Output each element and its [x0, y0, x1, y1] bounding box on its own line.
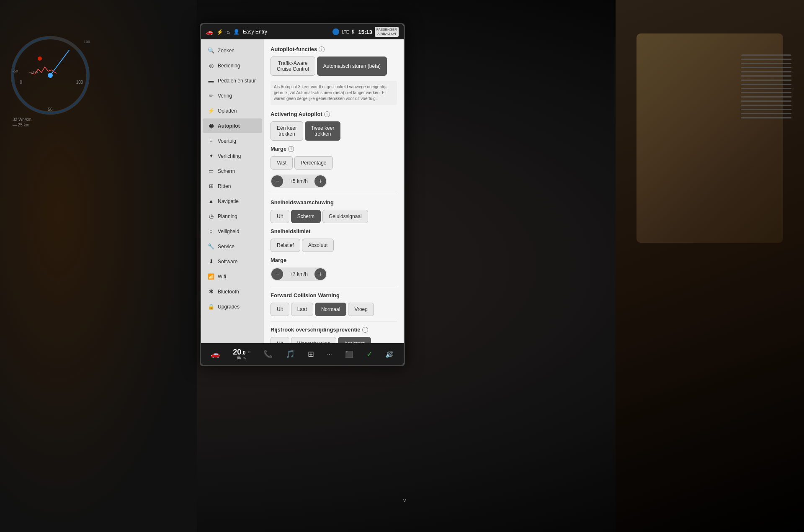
- sidebar-label-wifi: Wifi: [218, 274, 226, 280]
- more-icon: ···: [327, 351, 332, 357]
- rijstrook-uit-btn[interactable]: Uit: [271, 337, 289, 343]
- apps-taskbar-item[interactable]: ⊞: [308, 350, 314, 359]
- marge-snelheid-decrease-btn[interactable]: −: [271, 268, 283, 280]
- marge-info[interactable]: i: [288, 146, 294, 152]
- software-icon: ⬇: [208, 258, 214, 265]
- een-keer-btn[interactable]: Eén keertrekken: [271, 121, 303, 141]
- marge-decrease-btn[interactable]: −: [271, 175, 283, 187]
- volume-taskbar-item[interactable]: 🔊: [385, 350, 394, 358]
- car-taskbar-icon: 🚗: [211, 350, 220, 359]
- taskbar: ∧ 🚗 20.0 ᵁ ⛟ ∿ 📞 🎵 ⊞ ··· ⬛: [201, 343, 404, 365]
- spotify-icon: 🎵: [286, 350, 295, 358]
- tesla-screen: 🚗 ⚡ ⌂ 👤 Easy Entry LTE ₿ 15:13 PASSENGER…: [200, 23, 405, 366]
- rijstrook-title: Rijstrook overschrijdingspreventie i: [271, 326, 397, 333]
- autosteer-btn[interactable]: Automatisch sturen (béta): [317, 57, 387, 76]
- rijstrook-info[interactable]: i: [362, 327, 368, 333]
- autopilot-description: Als Autopilot 3 keer wordt uitgeschakeld…: [271, 81, 397, 105]
- autopilot-icon: ◉: [208, 123, 214, 129]
- lte-icon: LTE: [342, 30, 349, 34]
- sidebar-label-software: Software: [218, 259, 237, 265]
- divider-2: [271, 287, 397, 287]
- twee-keer-btn[interactable]: Twee keertrekken: [305, 121, 340, 141]
- sidebar-label-scherm: Scherm: [218, 168, 235, 174]
- marge-snelheid-value: +7 km/h: [283, 271, 314, 277]
- fcw-uit-btn[interactable]: Uit: [271, 303, 289, 316]
- passenger-badge: PASSENGERAIRBAG ON: [375, 27, 399, 36]
- sidebar-label-navigatie: Navigatie: [218, 198, 239, 204]
- sidebar-item-bediening[interactable]: ◎ Bediening: [203, 58, 262, 73]
- percentage-btn[interactable]: Percentage: [294, 156, 332, 170]
- fcw-vroeg-btn[interactable]: Vroeg: [348, 303, 374, 316]
- bluetooth-icon: ₿: [352, 29, 354, 34]
- relatief-btn[interactable]: Relatief: [271, 239, 300, 252]
- marge-value: +5 km/h: [283, 178, 314, 184]
- sidebar-item-planning[interactable]: ◷ Planning: [203, 209, 262, 224]
- settings-panel: Autopilot-functies i Traffic-AwareCruise…: [264, 39, 404, 343]
- check-taskbar-item[interactable]: ✓: [366, 350, 373, 359]
- sidebar-label-voertuig: Voertuig: [218, 138, 236, 144]
- rijstrook-waarschuwing-btn[interactable]: Waarschuwing: [291, 337, 336, 343]
- sidebar-item-navigatie[interactable]: ▲ Navigatie: [203, 194, 262, 208]
- search-icon: 🔍: [208, 47, 214, 54]
- more-taskbar-item[interactable]: ···: [327, 350, 332, 358]
- absoluut-btn[interactable]: Absoluut: [302, 239, 334, 252]
- sidebar-item-voertuig[interactable]: ≡ Voertuig: [203, 134, 262, 148]
- sidebar-item-bluetooth[interactable]: ✱ Bluetooth: [203, 284, 262, 299]
- sidebar-label-pedalen: Pedalen en stuur: [218, 78, 256, 84]
- sidebar-item-wifi[interactable]: 📶 Wifi: [203, 269, 262, 284]
- status-icons-right: LTE ₿ 15:13 PASSENGERAIRBAG ON: [332, 27, 399, 36]
- clock: 15:13: [358, 29, 372, 35]
- browser-taskbar-item[interactable]: ⬛: [345, 350, 353, 358]
- speed-display: 20.0 ᵁ ⛟ ∿: [233, 348, 250, 360]
- fcw-normaal-btn[interactable]: Normaal: [315, 303, 346, 316]
- status-icons-left: 🚗 ⚡ ⌂ 👤: [206, 28, 240, 35]
- display-icon: ▭: [208, 168, 214, 174]
- autopilot-functies-buttons: Traffic-AwareCruise Control Automatisch …: [271, 57, 397, 76]
- marge-snelheid-stepper: − +7 km/h +: [271, 267, 327, 281]
- sidebar-item-veiligheid[interactable]: ○ Veiligheid: [203, 224, 262, 239]
- sidebar-label-zoeken: Zoeken: [218, 48, 234, 54]
- suspension-icon: ✏: [208, 93, 214, 99]
- marge-increase-btn[interactable]: +: [314, 175, 326, 187]
- bluetooth-menu-icon: ✱: [208, 288, 214, 295]
- spotify-taskbar-item[interactable]: 🎵: [286, 350, 295, 359]
- activering-autopilot-title: Activering Autopilot i: [271, 111, 397, 117]
- gauge-label-50: -50: [13, 69, 18, 73]
- speed-sub-icons: ⛟ ∿: [237, 356, 246, 360]
- sw-uit-btn[interactable]: Uit: [271, 210, 289, 223]
- sw-geluid-btn[interactable]: Geluidssignaal: [322, 210, 368, 223]
- vast-btn[interactable]: Vast: [271, 156, 293, 170]
- marge-snelheid-title: Marge: [271, 257, 397, 263]
- car-taskbar-item[interactable]: 🚗: [211, 350, 220, 359]
- sidebar-item-verlichting[interactable]: ✦ Verlichting: [203, 149, 262, 163]
- activering-info[interactable]: i: [324, 111, 330, 117]
- traffic-aware-btn[interactable]: Traffic-AwareCruise Control: [271, 57, 315, 76]
- sidebar-item-autopilot[interactable]: ◉ Autopilot: [203, 118, 262, 133]
- sidebar-label-planning: Planning: [218, 213, 237, 219]
- lightning-icon: ⚡: [216, 29, 223, 35]
- sidebar-item-upgrades[interactable]: 🔒 Upgrades: [203, 299, 262, 314]
- svg-text:0: 0: [20, 80, 22, 85]
- rijstrook-assistent-btn[interactable]: Assistent: [338, 337, 371, 343]
- marge-snelheid-increase-btn[interactable]: +: [314, 268, 326, 280]
- check-icon: ✓: [366, 350, 373, 358]
- sidebar-item-pedalen[interactable]: ▬ Pedalen en stuur: [203, 73, 262, 88]
- sw-scherm-btn[interactable]: Scherm: [291, 210, 321, 223]
- sidebar-item-vering[interactable]: ✏ Vering: [203, 88, 262, 103]
- fcw-laat-btn[interactable]: Laat: [291, 303, 313, 316]
- sidebar-item-opladen[interactable]: ⚡ Opladen: [203, 103, 262, 118]
- camera-icon: [332, 28, 339, 35]
- sidebar-item-service[interactable]: 🔧 Service: [203, 239, 262, 254]
- sidebar-item-zoeken[interactable]: 🔍 Zoeken: [203, 43, 262, 58]
- safety-icon: ○: [208, 228, 214, 234]
- sidebar-item-software[interactable]: ⬇ Software: [203, 254, 262, 269]
- sidebar-label-vering: Vering: [218, 93, 232, 99]
- autopilot-functies-info[interactable]: i: [319, 46, 325, 52]
- activering-buttons: Eén keertrekken Twee keertrekken: [271, 121, 397, 141]
- sidebar-item-scherm[interactable]: ▭ Scherm: [203, 164, 262, 178]
- phone-taskbar-item[interactable]: 📞: [263, 350, 273, 359]
- speed-unit: ᵁ: [248, 351, 250, 355]
- fcw-title: Forward Collision Warning: [271, 292, 397, 298]
- sidebar-label-bluetooth: Bluetooth: [218, 289, 239, 295]
- sidebar-item-ritten[interactable]: ⊞ Ritten: [203, 179, 262, 193]
